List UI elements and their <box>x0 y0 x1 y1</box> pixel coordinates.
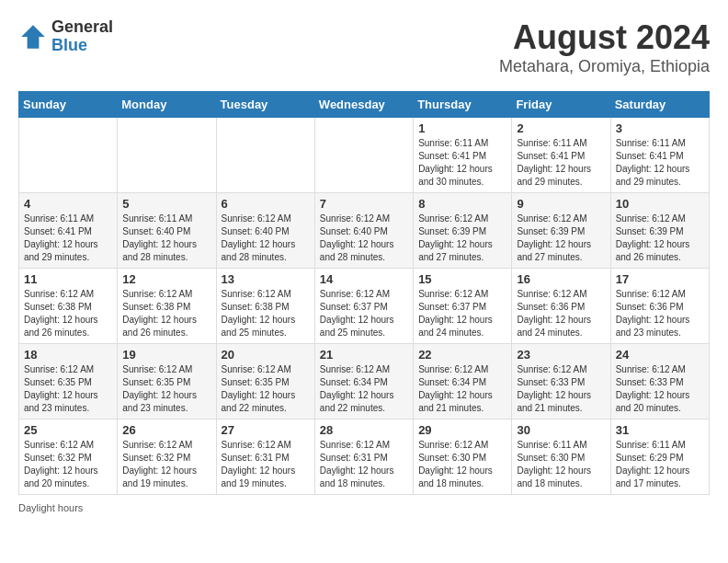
calendar-week-row: 1Sunrise: 6:11 AM Sunset: 6:41 PM Daylig… <box>19 118 710 193</box>
day-number: 1 <box>418 121 506 135</box>
day-number: 25 <box>24 423 112 437</box>
day-number: 12 <box>122 272 210 286</box>
day-info: Sunrise: 6:12 AM Sunset: 6:32 PM Dayligh… <box>24 439 112 490</box>
calendar-cell: 12Sunrise: 6:12 AM Sunset: 6:38 PM Dayli… <box>118 269 216 344</box>
logo-general: General <box>51 18 113 37</box>
day-info: Sunrise: 6:12 AM Sunset: 6:37 PM Dayligh… <box>418 288 506 339</box>
calendar-body: 1Sunrise: 6:11 AM Sunset: 6:41 PM Daylig… <box>19 118 710 495</box>
day-info: Sunrise: 6:11 AM Sunset: 6:41 PM Dayligh… <box>517 137 605 189</box>
day-number: 11 <box>24 272 112 286</box>
day-number: 13 <box>222 272 310 286</box>
legend: Daylight hours <box>18 502 710 513</box>
day-number: 24 <box>616 348 704 362</box>
day-of-week-header: Tuesday <box>216 92 314 118</box>
day-info: Sunrise: 6:11 AM Sunset: 6:41 PM Dayligh… <box>418 137 506 189</box>
day-info: Sunrise: 6:11 AM Sunset: 6:41 PM Dayligh… <box>24 213 112 264</box>
day-info: Sunrise: 6:12 AM Sunset: 6:38 PM Dayligh… <box>122 288 210 339</box>
calendar-week-row: 25Sunrise: 6:12 AM Sunset: 6:32 PM Dayli… <box>19 419 710 495</box>
day-info: Sunrise: 6:12 AM Sunset: 6:31 PM Dayligh… <box>222 439 310 490</box>
day-info: Sunrise: 6:12 AM Sunset: 6:37 PM Dayligh… <box>320 288 408 339</box>
calendar-cell: 5Sunrise: 6:11 AM Sunset: 6:40 PM Daylig… <box>118 193 216 269</box>
day-number: 4 <box>24 197 112 211</box>
calendar-cell: 11Sunrise: 6:12 AM Sunset: 6:38 PM Dayli… <box>19 269 118 344</box>
calendar-cell: 14Sunrise: 6:12 AM Sunset: 6:37 PM Dayli… <box>314 269 413 344</box>
day-info: Sunrise: 6:11 AM Sunset: 6:29 PM Dayligh… <box>616 439 704 490</box>
calendar-cell: 15Sunrise: 6:12 AM Sunset: 6:37 PM Dayli… <box>414 269 512 344</box>
day-info: Sunrise: 6:12 AM Sunset: 6:31 PM Dayligh… <box>320 439 408 490</box>
day-info: Sunrise: 6:12 AM Sunset: 6:36 PM Dayligh… <box>517 288 605 339</box>
day-info: Sunrise: 6:12 AM Sunset: 6:32 PM Dayligh… <box>122 439 210 490</box>
logo: General Blue <box>18 18 113 55</box>
calendar-cell: 24Sunrise: 6:12 AM Sunset: 6:33 PM Dayli… <box>610 344 709 419</box>
day-number: 16 <box>517 272 605 286</box>
calendar-cell: 21Sunrise: 6:12 AM Sunset: 6:34 PM Dayli… <box>314 344 413 419</box>
daylight-hours-label: Daylight hours <box>18 502 83 513</box>
calendar-cell: 29Sunrise: 6:12 AM Sunset: 6:30 PM Dayli… <box>414 419 512 495</box>
day-info: Sunrise: 6:12 AM Sunset: 6:34 PM Dayligh… <box>320 363 408 415</box>
day-info: Sunrise: 6:12 AM Sunset: 6:36 PM Dayligh… <box>616 288 704 339</box>
calendar-cell: 9Sunrise: 6:12 AM Sunset: 6:39 PM Daylig… <box>512 193 610 269</box>
calendar-cell: 22Sunrise: 6:12 AM Sunset: 6:34 PM Dayli… <box>414 344 512 419</box>
day-number: 26 <box>122 423 210 437</box>
day-info: Sunrise: 6:12 AM Sunset: 6:33 PM Dayligh… <box>616 363 704 415</box>
day-info: Sunrise: 6:12 AM Sunset: 6:33 PM Dayligh… <box>517 363 605 415</box>
day-number: 29 <box>418 423 506 437</box>
day-info: Sunrise: 6:12 AM Sunset: 6:35 PM Dayligh… <box>24 363 112 415</box>
day-info: Sunrise: 6:12 AM Sunset: 6:40 PM Dayligh… <box>222 213 310 264</box>
calendar-cell: 27Sunrise: 6:12 AM Sunset: 6:31 PM Dayli… <box>216 419 314 495</box>
calendar-cell: 20Sunrise: 6:12 AM Sunset: 6:35 PM Dayli… <box>216 344 314 419</box>
day-info: Sunrise: 6:12 AM Sunset: 6:39 PM Dayligh… <box>418 213 506 264</box>
day-of-week-header: Wednesday <box>314 92 413 118</box>
logo-blue: Blue <box>51 37 113 55</box>
calendar-cell: 1Sunrise: 6:11 AM Sunset: 6:41 PM Daylig… <box>414 118 512 193</box>
day-info: Sunrise: 6:12 AM Sunset: 6:35 PM Dayligh… <box>122 363 210 415</box>
day-number: 22 <box>418 348 506 362</box>
calendar-cell <box>118 118 216 193</box>
day-number: 7 <box>320 197 408 211</box>
calendar-cell: 4Sunrise: 6:11 AM Sunset: 6:41 PM Daylig… <box>19 193 118 269</box>
day-info: Sunrise: 6:11 AM Sunset: 6:30 PM Dayligh… <box>517 439 605 490</box>
day-info: Sunrise: 6:12 AM Sunset: 6:39 PM Dayligh… <box>517 213 605 264</box>
calendar-cell: 13Sunrise: 6:12 AM Sunset: 6:38 PM Dayli… <box>216 269 314 344</box>
day-of-week-header: Sunday <box>19 92 118 118</box>
day-info: Sunrise: 6:12 AM Sunset: 6:39 PM Dayligh… <box>616 213 704 264</box>
day-number: 21 <box>320 348 408 362</box>
calendar-cell: 23Sunrise: 6:12 AM Sunset: 6:33 PM Dayli… <box>512 344 610 419</box>
day-info: Sunrise: 6:12 AM Sunset: 6:38 PM Dayligh… <box>222 288 310 339</box>
calendar-cell: 8Sunrise: 6:12 AM Sunset: 6:39 PM Daylig… <box>414 193 512 269</box>
day-number: 28 <box>320 423 408 437</box>
calendar-week-row: 11Sunrise: 6:12 AM Sunset: 6:38 PM Dayli… <box>19 269 710 344</box>
day-number: 30 <box>517 423 605 437</box>
calendar-cell: 7Sunrise: 6:12 AM Sunset: 6:40 PM Daylig… <box>314 193 413 269</box>
day-of-week-header: Friday <box>512 92 610 118</box>
logo-text: General Blue <box>51 18 113 55</box>
header: General Blue August 2024 Metahara, Oromi… <box>18 18 710 76</box>
day-info: Sunrise: 6:12 AM Sunset: 6:30 PM Dayligh… <box>418 439 506 490</box>
day-number: 23 <box>517 348 605 362</box>
calendar-cell: 17Sunrise: 6:12 AM Sunset: 6:36 PM Dayli… <box>610 269 709 344</box>
day-number: 15 <box>418 272 506 286</box>
day-number: 27 <box>222 423 310 437</box>
calendar-cell: 25Sunrise: 6:12 AM Sunset: 6:32 PM Dayli… <box>19 419 118 495</box>
calendar-cell <box>314 118 413 193</box>
calendar-cell: 18Sunrise: 6:12 AM Sunset: 6:35 PM Dayli… <box>19 344 118 419</box>
day-number: 8 <box>418 197 506 211</box>
calendar-cell: 19Sunrise: 6:12 AM Sunset: 6:35 PM Dayli… <box>118 344 216 419</box>
calendar-header: SundayMondayTuesdayWednesdayThursdayFrid… <box>19 92 710 118</box>
day-number: 10 <box>616 197 704 211</box>
day-number: 31 <box>616 423 704 437</box>
calendar-cell: 26Sunrise: 6:12 AM Sunset: 6:32 PM Dayli… <box>118 419 216 495</box>
calendar-cell: 31Sunrise: 6:11 AM Sunset: 6:29 PM Dayli… <box>610 419 709 495</box>
day-number: 6 <box>222 197 310 211</box>
calendar-week-row: 18Sunrise: 6:12 AM Sunset: 6:35 PM Dayli… <box>19 344 710 419</box>
calendar-week-row: 4Sunrise: 6:11 AM Sunset: 6:41 PM Daylig… <box>19 193 710 269</box>
calendar-cell <box>216 118 314 193</box>
day-number: 9 <box>517 197 605 211</box>
svg-marker-0 <box>21 25 45 49</box>
calendar-cell: 2Sunrise: 6:11 AM Sunset: 6:41 PM Daylig… <box>512 118 610 193</box>
day-info: Sunrise: 6:11 AM Sunset: 6:41 PM Dayligh… <box>616 137 704 189</box>
day-number: 2 <box>517 121 605 135</box>
day-number: 18 <box>24 348 112 362</box>
calendar-cell: 3Sunrise: 6:11 AM Sunset: 6:41 PM Daylig… <box>610 118 709 193</box>
month-year-title: August 2024 <box>499 18 710 57</box>
